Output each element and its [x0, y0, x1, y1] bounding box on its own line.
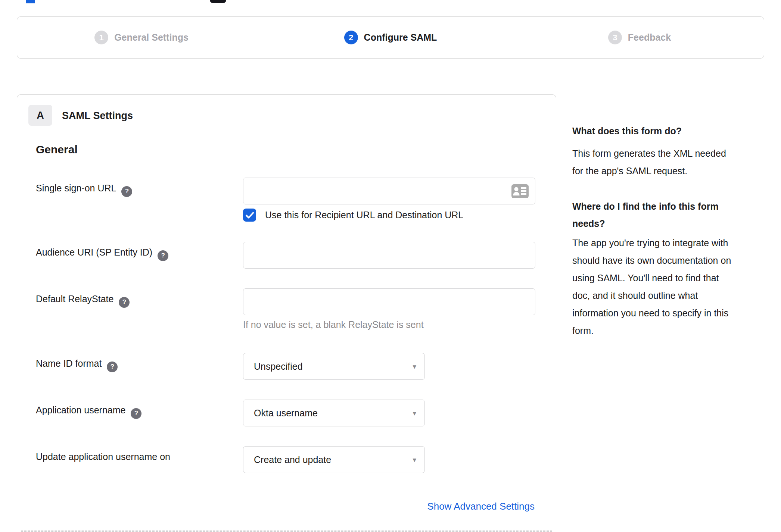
application-username-select[interactable]: Okta username ▾ [243, 400, 425, 426]
application-username-label: Application username? [36, 405, 141, 419]
saml-settings-panel: A SAML Settings General Single sign-on U… [17, 94, 556, 532]
selected-value: Okta username [254, 408, 318, 419]
audience-uri-input[interactable] [243, 242, 535, 269]
chevron-down-icon: ▾ [413, 456, 416, 464]
recipient-url-checkbox-label: Use this for Recipient URL and Destinati… [265, 210, 463, 220]
help-icon[interactable]: ? [119, 297, 130, 308]
cutoff-dark-fragment [210, 0, 226, 3]
update-username-on-select[interactable]: Create and update ▾ [243, 446, 425, 473]
update-username-on-label: Update application username on [36, 451, 170, 462]
checkmark-icon [246, 212, 254, 219]
general-group-title: General [36, 143, 78, 156]
selected-value: Unspecified [254, 361, 303, 372]
sidebar-question-1: What does this form do? [572, 122, 682, 140]
sidebar-answer-1: This form generates the XML needed for t… [572, 145, 726, 180]
section-title: SAML Settings [62, 110, 133, 122]
help-icon[interactable]: ? [158, 250, 168, 261]
name-id-format-select[interactable]: Unspecified ▾ [243, 353, 425, 380]
single-sign-on-url-field [243, 178, 535, 204]
chevron-down-icon: ▾ [413, 362, 416, 371]
step-number-badge: 2 [344, 31, 358, 44]
step-label: General Settings [114, 32, 189, 43]
chevron-down-icon: ▾ [413, 409, 416, 417]
audience-uri-label: Audience URI (SP Entity ID)? [36, 247, 168, 261]
sidebar-answer-2: The app you're trying to integrate with … [572, 234, 731, 339]
section-a-badge: A [28, 105, 52, 126]
step-general-settings: 1 General Settings [17, 17, 266, 58]
show-advanced-settings-link[interactable]: Show Advanced Settings [427, 501, 535, 512]
help-sidebar: What does this form do? This form genera… [572, 0, 765, 532]
step-label: Configure SAML [364, 32, 437, 43]
step-number-badge: 1 [94, 31, 108, 44]
name-id-format-label: Name ID format? [36, 358, 118, 372]
default-relaystate-label: Default RelayState? [36, 294, 130, 308]
recipient-url-checkbox-row: Use this for Recipient URL and Destinati… [243, 209, 463, 222]
help-icon[interactable]: ? [131, 408, 141, 419]
selected-value: Create and update [254, 454, 331, 465]
sidebar-question-2: Where do I find the info this form needs… [572, 198, 719, 232]
step-configure-saml: 2 Configure SAML [266, 17, 515, 58]
single-sign-on-url-label: Single sign-on URL? [36, 183, 132, 197]
help-icon[interactable]: ? [121, 186, 132, 197]
section-dashed-divider [21, 531, 552, 532]
single-sign-on-url-input[interactable] [243, 178, 535, 204]
relaystate-hint: If no value is set, a blank RelayState i… [243, 319, 424, 330]
recently-used-values-icon[interactable] [511, 184, 529, 198]
default-relaystate-input[interactable] [243, 288, 535, 315]
help-icon[interactable]: ? [107, 362, 118, 372]
recipient-url-checkbox[interactable] [243, 209, 256, 222]
cutoff-blue-fragment [26, 0, 35, 3]
